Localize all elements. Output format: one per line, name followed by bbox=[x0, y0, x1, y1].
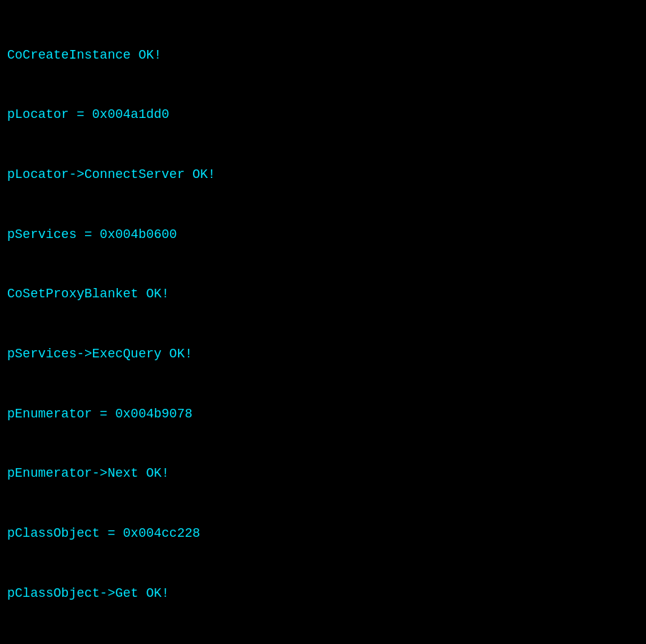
line-3: pLocator->ConnectServer OK! bbox=[7, 165, 639, 185]
line-1: CoCreateInstance OK! bbox=[7, 46, 639, 66]
console-output: CoCreateInstance OK! pLocator = 0x004a1d… bbox=[7, 6, 639, 644]
line-5: CoSetProxyBlanket OK! bbox=[7, 284, 639, 304]
line-4: pServices = 0x004b0600 bbox=[7, 225, 639, 245]
line-2: pLocator = 0x004a1dd0 bbox=[7, 105, 639, 125]
line-6: pServices->ExecQuery OK! bbox=[7, 345, 639, 365]
line-10: pClassObject->Get OK! bbox=[7, 584, 639, 604]
line-7: pEnumerator = 0x004b9078 bbox=[7, 405, 639, 425]
line-9: pClassObject = 0x004cc228 bbox=[7, 524, 639, 544]
line-8: pEnumerator->Next OK! bbox=[7, 464, 639, 484]
